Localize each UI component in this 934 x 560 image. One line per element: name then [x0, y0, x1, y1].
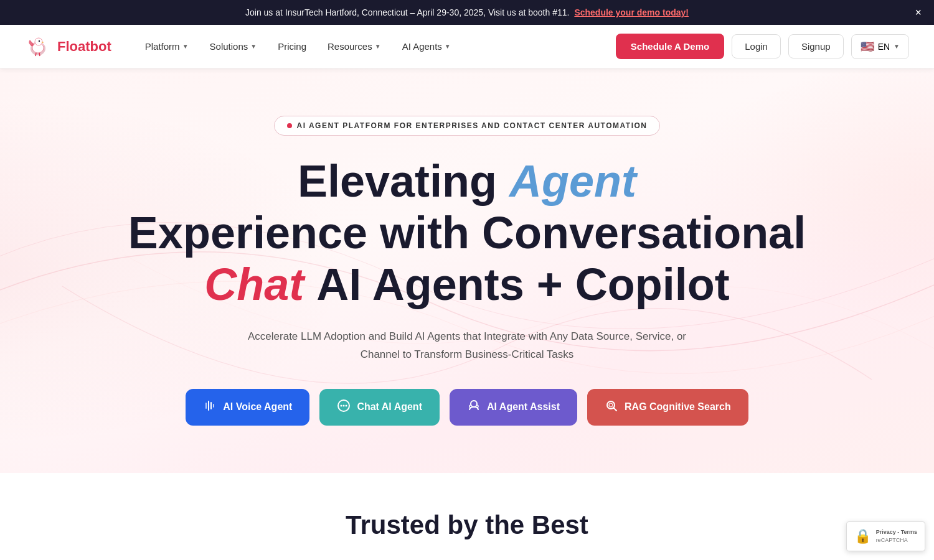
announcement-close-button[interactable]: ×: [915, 6, 922, 19]
cta-buttons-row: AI Voice Agent Chat AI Agent: [186, 389, 748, 426]
cta-chat-label: Chat AI Agent: [357, 401, 422, 413]
cta-chat-agent-button[interactable]: Chat AI Agent: [319, 389, 440, 426]
logo-text: Floatbot: [57, 39, 111, 55]
navbar: Floatbot Platform ▼ Solutions ▼ Pricing …: [0, 25, 934, 68]
cta-voice-agent-button[interactable]: AI Voice Agent: [186, 389, 309, 426]
hero-subtitle: Accelerate LLM Adoption and Build AI Age…: [243, 328, 691, 364]
svg-point-14: [346, 404, 347, 406]
svg-point-4: [39, 40, 40, 41]
announcement-bar: Join us at InsurTech Hartford, Connectic…: [0, 0, 934, 25]
announcement-cta[interactable]: Schedule your demo today!: [574, 7, 689, 17]
lang-dropdown-arrow: ▼: [894, 43, 900, 50]
svg-line-5: [35, 53, 36, 56]
login-button[interactable]: Login: [732, 34, 781, 58]
platform-dropdown-arrow: ▼: [182, 43, 189, 50]
svg-line-6: [39, 53, 40, 56]
schedule-demo-button[interactable]: Schedule A Demo: [616, 34, 724, 59]
nav-item-ai-agents[interactable]: AI Agents ▼: [394, 36, 460, 57]
svg-line-17: [614, 408, 617, 411]
logo-link[interactable]: Floatbot: [25, 34, 111, 60]
solutions-dropdown-arrow: ▼: [250, 43, 257, 50]
cta-rag-search-button[interactable]: RAG Cognitive Search: [587, 389, 748, 426]
language-selector[interactable]: 🇺🇸 EN ▼: [851, 34, 909, 59]
signup-button[interactable]: Signup: [788, 34, 844, 58]
flag-icon: 🇺🇸: [861, 40, 874, 54]
hero-section: AI AGENT PLATFORM FOR ENTERPRISES AND CO…: [0, 68, 934, 473]
hero-badge-text: AI AGENT PLATFORM FOR ENTERPRISES AND CO…: [297, 121, 648, 130]
navbar-actions: Schedule A Demo Login Signup 🇺🇸 EN ▼: [616, 34, 909, 59]
resources-dropdown-arrow: ▼: [375, 43, 381, 50]
svg-rect-8: [208, 401, 209, 411]
hero-line-1: Elevating Agent: [128, 156, 806, 207]
chat-agent-icon: [337, 399, 351, 416]
cta-assist-label: AI Agent Assist: [487, 401, 560, 413]
navbar-nav: Platform ▼ Solutions ▼ Pricing Resources…: [136, 36, 616, 57]
svg-rect-7: [205, 403, 207, 409]
hero-chat-accent: Chat: [204, 259, 316, 309]
recaptcha-text: Privacy - Terms reCAPTCHA: [876, 528, 917, 544]
agent-assist-icon: [467, 399, 481, 416]
svg-rect-9: [210, 402, 212, 409]
trusted-title: Trusted by the Best: [25, 510, 909, 540]
nav-item-platform[interactable]: Platform ▼: [136, 36, 197, 57]
cta-rag-label: RAG Cognitive Search: [625, 401, 731, 413]
hero-heading: Elevating Agent Experience with Conversa…: [128, 156, 806, 310]
cta-voice-label: AI Voice Agent: [223, 401, 292, 413]
svg-point-12: [341, 404, 342, 406]
nav-item-solutions[interactable]: Solutions ▼: [201, 36, 266, 57]
hero-aiagents-plain: AI Agents + Copilot: [316, 259, 729, 309]
rag-search-icon: [605, 399, 618, 416]
lang-code: EN: [878, 42, 890, 52]
svg-rect-10: [213, 404, 214, 408]
announcement-text: Join us at InsurTech Hartford, Connectic…: [245, 7, 569, 17]
svg-point-3: [35, 38, 42, 45]
nav-item-resources[interactable]: Resources ▼: [319, 36, 390, 57]
svg-point-15: [471, 401, 477, 407]
hero-line-2: Experience with Conversational: [128, 207, 806, 259]
badge-dot: [287, 123, 292, 128]
hero-badge: AI AGENT PLATFORM FOR ENTERPRISES AND CO…: [274, 116, 661, 136]
svg-point-18: [609, 403, 613, 407]
nav-item-pricing[interactable]: Pricing: [269, 36, 315, 57]
cta-agent-assist-button[interactable]: AI Agent Assist: [450, 389, 577, 426]
recaptcha-logo: 🔒: [854, 528, 871, 544]
svg-point-13: [343, 404, 345, 406]
voice-agent-icon: [203, 399, 217, 416]
trusted-section: Trusted by the Best: [0, 473, 934, 560]
recaptcha-badge: 🔒 Privacy - Terms reCAPTCHA: [846, 521, 925, 551]
hero-agent-accent: Agent: [509, 156, 636, 206]
ai-agents-dropdown-arrow: ▼: [445, 43, 451, 50]
hero-elevating-plain: Elevating: [298, 156, 509, 206]
hero-line-3: Chat AI Agents + Copilot: [128, 259, 806, 310]
logo-icon: [25, 34, 51, 60]
